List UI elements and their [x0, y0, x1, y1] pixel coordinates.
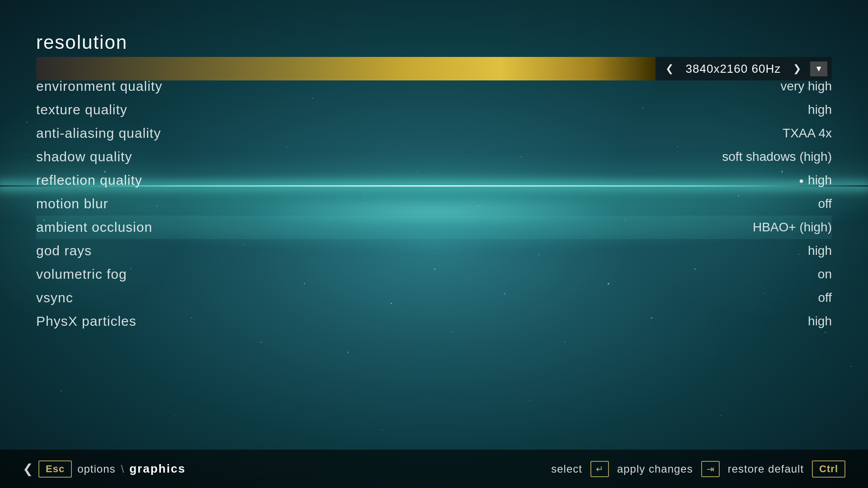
nav-left: ❮ Esc options \ graphics [23, 460, 186, 478]
setting-name-7: god rays [36, 243, 262, 258]
setting-value-9: off [651, 291, 832, 305]
tab-key[interactable]: ⇥ [701, 461, 720, 477]
settings-section: environment qualityvery hightexture qual… [36, 75, 832, 333]
setting-value-6: HBAO+ (high) [651, 220, 832, 235]
setting-value-5: off [651, 197, 832, 211]
ctrl-key[interactable]: Ctrl [812, 460, 845, 478]
setting-name-8: volumetric fog [36, 267, 262, 282]
setting-value-1: high [651, 103, 832, 117]
breadcrumb-separator: \ [121, 463, 124, 475]
settings-row[interactable]: environment qualityvery high [36, 75, 832, 98]
enter-key[interactable]: ↵ [590, 461, 609, 477]
setting-value-2: TXAA 4x [651, 126, 832, 141]
setting-name-1: texture quality [36, 102, 262, 117]
back-arrow-icon[interactable]: ❮ [23, 461, 33, 476]
setting-value-0: very high [651, 79, 832, 94]
header-section: resolution ❮ 3840x2160 60Hz ❯ ▼ [36, 32, 832, 80]
breadcrumb-options: options [77, 463, 115, 475]
resolution-value: 3840x2160 60Hz [679, 62, 788, 76]
setting-value-10: high [651, 314, 832, 328]
setting-value-8: on [651, 267, 832, 282]
settings-row[interactable]: ambient occlusionHBAO+ (high) [36, 216, 832, 239]
esc-key[interactable]: Esc [38, 460, 72, 478]
setting-name-5: motion blur [36, 196, 262, 211]
resolution-prev-button[interactable]: ❮ [660, 63, 679, 75]
restore-label: restore default [728, 463, 804, 475]
apply-label: apply changes [617, 463, 693, 475]
settings-row[interactable]: volumetric fogon [36, 263, 832, 286]
settings-row[interactable]: reflection qualityhigh [36, 169, 832, 192]
breadcrumb-current: graphics [129, 462, 185, 476]
select-label: select [551, 463, 582, 475]
settings-row[interactable]: vsyncoff [36, 286, 832, 310]
setting-name-0: environment quality [36, 79, 262, 94]
bottom-nav: ❮ Esc options \ graphics select ↵ apply … [0, 450, 868, 488]
settings-row[interactable]: texture qualityhigh [36, 98, 832, 122]
resolution-dropdown-button[interactable]: ▼ [810, 61, 827, 76]
settings-row[interactable]: shadow qualitysoft shadows (high) [36, 145, 832, 169]
settings-row[interactable]: PhysX particleshigh [36, 310, 832, 333]
setting-name-4: reflection quality [36, 173, 262, 188]
nav-right: select ↵ apply changes ⇥ restore default… [551, 460, 845, 478]
resolution-next-button[interactable]: ❯ [788, 63, 807, 75]
setting-name-9: vsync [36, 290, 262, 305]
setting-value-3: soft shadows (high) [651, 150, 832, 164]
setting-name-10: PhysX particles [36, 314, 262, 329]
resolution-label: resolution [36, 32, 832, 53]
setting-name-2: anti-aliasing quality [36, 126, 262, 141]
setting-name-6: ambient occlusion [36, 220, 262, 235]
setting-name-3: shadow quality [36, 149, 262, 164]
settings-row[interactable]: god rayshigh [36, 239, 832, 263]
setting-value-4: high [651, 173, 832, 188]
settings-row[interactable]: anti-aliasing qualityTXAA 4x [36, 122, 832, 145]
setting-value-7: high [651, 244, 832, 258]
settings-row[interactable]: motion bluroff [36, 192, 832, 216]
